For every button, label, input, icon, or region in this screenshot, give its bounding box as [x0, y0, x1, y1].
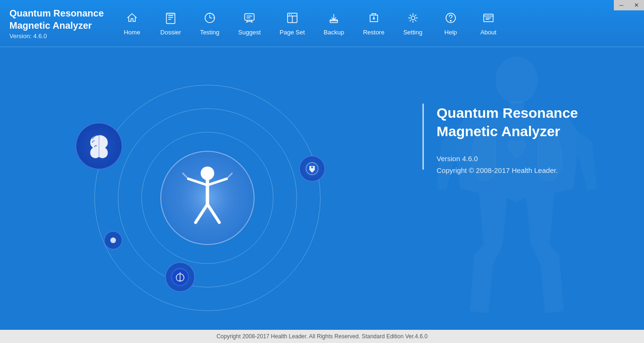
app-title: Quantum ResonanceMagnetic Analyzer — [9, 7, 104, 32]
restore-icon — [367, 11, 380, 27]
minimize-button[interactable]: ─ — [614, 0, 629, 10]
svg-point-29 — [110, 237, 116, 243]
nav-setting[interactable]: Setting — [394, 7, 431, 41]
nav-setting-label: Setting — [403, 29, 422, 36]
nav-home-label: Home — [124, 29, 140, 36]
info-divider — [422, 104, 424, 170]
nav-testing[interactable]: Testing — [190, 7, 229, 41]
nav-about[interactable]: About — [470, 7, 507, 41]
nav-testing-label: Testing — [200, 29, 219, 36]
about-icon — [482, 11, 495, 27]
main-nav: Home Dossier — [113, 7, 644, 41]
nav-help-label: Help — [445, 29, 457, 36]
svg-point-34 — [201, 166, 215, 180]
home-icon — [125, 11, 139, 27]
nav-restore[interactable]: Restore — [354, 7, 394, 41]
nav-backup-label: Backup — [324, 29, 344, 36]
nav-restore-label: Restore — [363, 29, 385, 36]
testing-icon — [203, 11, 216, 27]
header: Quantum ResonanceMagnetic Analyzer Versi… — [0, 0, 644, 47]
info-version: Version 4.6.0 — [437, 155, 616, 163]
footer-text: Copyright 2008-2017 Health Leader. All R… — [216, 333, 428, 340]
nav-pageset-label: Page Set — [280, 29, 305, 36]
svg-point-27 — [495, 57, 538, 104]
svg-point-22 — [450, 20, 451, 21]
dossier-icon — [164, 11, 177, 27]
nav-home[interactable]: Home — [113, 7, 151, 41]
help-icon — [444, 11, 457, 27]
nav-dossier[interactable]: Dossier — [151, 7, 190, 41]
info-title: Quantum ResonanceMagnetic Analyzer — [437, 104, 616, 140]
center-figure — [160, 151, 255, 245]
body-silhouette — [427, 57, 606, 320]
orbit-container — [94, 85, 321, 311]
svg-line-9 — [213, 15, 214, 16]
nav-about-label: About — [480, 29, 496, 36]
brain-orbit-icon — [75, 122, 123, 170]
tag-orbit-icon — [299, 155, 325, 182]
lung-orbit-icon — [165, 262, 195, 292]
svg-rect-4 — [166, 13, 175, 16]
svg-point-31 — [311, 166, 313, 168]
footer: Copyright 2008-2017 Health Leader. All R… — [0, 330, 644, 343]
svg-point-20 — [411, 16, 415, 20]
setting-icon — [406, 11, 420, 27]
main-content: Quantum ResonanceMagnetic Analyzer Versi… — [0, 47, 644, 337]
nav-dossier-label: Dossier — [160, 29, 181, 36]
info-panel: Quantum ResonanceMagnetic Analyzer Versi… — [437, 104, 616, 174]
nav-backup[interactable]: Backup — [314, 7, 354, 41]
title-bar: ─ ✕ — [614, 0, 644, 10]
nav-suggest-label: Suggest — [238, 29, 261, 36]
nav-suggest[interactable]: Suggest — [229, 7, 270, 41]
app-logo: Quantum ResonanceMagnetic Analyzer Versi… — [0, 2, 113, 44]
nav-help[interactable]: Help — [432, 7, 470, 41]
nav-pageset[interactable]: Page Set — [270, 7, 314, 41]
pageset-icon — [286, 11, 299, 27]
svg-rect-11 — [245, 14, 254, 20]
dot-orbit-icon — [104, 231, 123, 250]
info-copyright: Copyright © 2008-2017 Health Leader. — [437, 166, 616, 174]
suggest-icon — [243, 11, 256, 27]
app-version: Version: 4.6.0 — [9, 33, 104, 40]
backup-icon — [327, 11, 340, 27]
close-button[interactable]: ✕ — [629, 0, 644, 10]
